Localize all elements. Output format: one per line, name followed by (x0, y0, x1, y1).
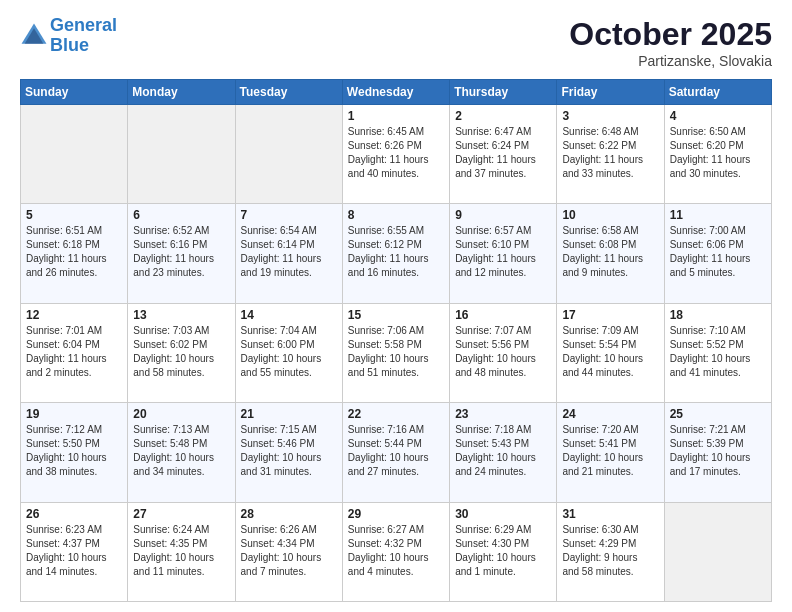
table-row: 18Sunrise: 7:10 AM Sunset: 5:52 PM Dayli… (664, 303, 771, 402)
table-row: 15Sunrise: 7:06 AM Sunset: 5:58 PM Dayli… (342, 303, 449, 402)
day-number: 26 (26, 507, 122, 521)
table-row: 9Sunrise: 6:57 AM Sunset: 6:10 PM Daylig… (450, 204, 557, 303)
day-info: Sunrise: 7:10 AM Sunset: 5:52 PM Dayligh… (670, 324, 766, 380)
day-number: 11 (670, 208, 766, 222)
day-info: Sunrise: 6:57 AM Sunset: 6:10 PM Dayligh… (455, 224, 551, 280)
header: General Blue October 2025 Partizanske, S… (20, 16, 772, 69)
table-row: 23Sunrise: 7:18 AM Sunset: 5:43 PM Dayli… (450, 403, 557, 502)
table-row: 31Sunrise: 6:30 AM Sunset: 4:29 PM Dayli… (557, 502, 664, 601)
table-row: 16Sunrise: 7:07 AM Sunset: 5:56 PM Dayli… (450, 303, 557, 402)
logo: General Blue (20, 16, 117, 56)
day-info: Sunrise: 6:29 AM Sunset: 4:30 PM Dayligh… (455, 523, 551, 579)
header-tuesday: Tuesday (235, 80, 342, 105)
day-number: 19 (26, 407, 122, 421)
day-number: 23 (455, 407, 551, 421)
day-number: 3 (562, 109, 658, 123)
day-number: 20 (133, 407, 229, 421)
day-info: Sunrise: 7:15 AM Sunset: 5:46 PM Dayligh… (241, 423, 337, 479)
day-number: 2 (455, 109, 551, 123)
day-info: Sunrise: 7:13 AM Sunset: 5:48 PM Dayligh… (133, 423, 229, 479)
day-number: 24 (562, 407, 658, 421)
day-info: Sunrise: 6:47 AM Sunset: 6:24 PM Dayligh… (455, 125, 551, 181)
header-thursday: Thursday (450, 80, 557, 105)
table-row: 26Sunrise: 6:23 AM Sunset: 4:37 PM Dayli… (21, 502, 128, 601)
day-info: Sunrise: 6:55 AM Sunset: 6:12 PM Dayligh… (348, 224, 444, 280)
day-number: 5 (26, 208, 122, 222)
day-info: Sunrise: 6:51 AM Sunset: 6:18 PM Dayligh… (26, 224, 122, 280)
table-row (21, 105, 128, 204)
day-number: 18 (670, 308, 766, 322)
day-number: 22 (348, 407, 444, 421)
day-info: Sunrise: 6:52 AM Sunset: 6:16 PM Dayligh… (133, 224, 229, 280)
day-number: 1 (348, 109, 444, 123)
table-row: 10Sunrise: 6:58 AM Sunset: 6:08 PM Dayli… (557, 204, 664, 303)
table-row: 27Sunrise: 6:24 AM Sunset: 4:35 PM Dayli… (128, 502, 235, 601)
day-number: 7 (241, 208, 337, 222)
day-number: 10 (562, 208, 658, 222)
day-info: Sunrise: 7:04 AM Sunset: 6:00 PM Dayligh… (241, 324, 337, 380)
table-row: 5Sunrise: 6:51 AM Sunset: 6:18 PM Daylig… (21, 204, 128, 303)
table-row: 1Sunrise: 6:45 AM Sunset: 6:26 PM Daylig… (342, 105, 449, 204)
table-row: 28Sunrise: 6:26 AM Sunset: 4:34 PM Dayli… (235, 502, 342, 601)
calendar-week-row: 5Sunrise: 6:51 AM Sunset: 6:18 PM Daylig… (21, 204, 772, 303)
table-row: 29Sunrise: 6:27 AM Sunset: 4:32 PM Dayli… (342, 502, 449, 601)
calendar-week-row: 1Sunrise: 6:45 AM Sunset: 6:26 PM Daylig… (21, 105, 772, 204)
day-number: 13 (133, 308, 229, 322)
month-title: October 2025 (569, 16, 772, 53)
day-number: 29 (348, 507, 444, 521)
day-info: Sunrise: 6:27 AM Sunset: 4:32 PM Dayligh… (348, 523, 444, 579)
table-row: 21Sunrise: 7:15 AM Sunset: 5:46 PM Dayli… (235, 403, 342, 502)
day-info: Sunrise: 6:48 AM Sunset: 6:22 PM Dayligh… (562, 125, 658, 181)
table-row: 17Sunrise: 7:09 AM Sunset: 5:54 PM Dayli… (557, 303, 664, 402)
table-row: 3Sunrise: 6:48 AM Sunset: 6:22 PM Daylig… (557, 105, 664, 204)
day-info: Sunrise: 6:45 AM Sunset: 6:26 PM Dayligh… (348, 125, 444, 181)
day-info: Sunrise: 6:54 AM Sunset: 6:14 PM Dayligh… (241, 224, 337, 280)
table-row: 13Sunrise: 7:03 AM Sunset: 6:02 PM Dayli… (128, 303, 235, 402)
day-number: 17 (562, 308, 658, 322)
day-number: 15 (348, 308, 444, 322)
table-row (664, 502, 771, 601)
day-number: 12 (26, 308, 122, 322)
day-info: Sunrise: 6:58 AM Sunset: 6:08 PM Dayligh… (562, 224, 658, 280)
calendar-week-row: 19Sunrise: 7:12 AM Sunset: 5:50 PM Dayli… (21, 403, 772, 502)
table-row: 6Sunrise: 6:52 AM Sunset: 6:16 PM Daylig… (128, 204, 235, 303)
day-info: Sunrise: 6:50 AM Sunset: 6:20 PM Dayligh… (670, 125, 766, 181)
table-row (128, 105, 235, 204)
day-info: Sunrise: 7:01 AM Sunset: 6:04 PM Dayligh… (26, 324, 122, 380)
table-row (235, 105, 342, 204)
header-monday: Monday (128, 80, 235, 105)
table-row: 14Sunrise: 7:04 AM Sunset: 6:00 PM Dayli… (235, 303, 342, 402)
day-info: Sunrise: 6:24 AM Sunset: 4:35 PM Dayligh… (133, 523, 229, 579)
header-saturday: Saturday (664, 80, 771, 105)
day-number: 28 (241, 507, 337, 521)
calendar-week-row: 12Sunrise: 7:01 AM Sunset: 6:04 PM Dayli… (21, 303, 772, 402)
day-number: 16 (455, 308, 551, 322)
header-sunday: Sunday (21, 80, 128, 105)
calendar-table: Sunday Monday Tuesday Wednesday Thursday… (20, 79, 772, 602)
day-info: Sunrise: 6:26 AM Sunset: 4:34 PM Dayligh… (241, 523, 337, 579)
day-number: 27 (133, 507, 229, 521)
logo-text: General Blue (50, 16, 117, 56)
day-info: Sunrise: 6:23 AM Sunset: 4:37 PM Dayligh… (26, 523, 122, 579)
title-block: October 2025 Partizanske, Slovakia (569, 16, 772, 69)
page: General Blue October 2025 Partizanske, S… (0, 0, 792, 612)
table-row: 11Sunrise: 7:00 AM Sunset: 6:06 PM Dayli… (664, 204, 771, 303)
day-number: 14 (241, 308, 337, 322)
header-friday: Friday (557, 80, 664, 105)
day-number: 31 (562, 507, 658, 521)
location: Partizanske, Slovakia (569, 53, 772, 69)
table-row: 12Sunrise: 7:01 AM Sunset: 6:04 PM Dayli… (21, 303, 128, 402)
day-info: Sunrise: 7:07 AM Sunset: 5:56 PM Dayligh… (455, 324, 551, 380)
day-number: 9 (455, 208, 551, 222)
table-row: 8Sunrise: 6:55 AM Sunset: 6:12 PM Daylig… (342, 204, 449, 303)
day-info: Sunrise: 7:00 AM Sunset: 6:06 PM Dayligh… (670, 224, 766, 280)
day-info: Sunrise: 7:21 AM Sunset: 5:39 PM Dayligh… (670, 423, 766, 479)
day-info: Sunrise: 7:06 AM Sunset: 5:58 PM Dayligh… (348, 324, 444, 380)
day-info: Sunrise: 6:30 AM Sunset: 4:29 PM Dayligh… (562, 523, 658, 579)
table-row: 25Sunrise: 7:21 AM Sunset: 5:39 PM Dayli… (664, 403, 771, 502)
day-number: 8 (348, 208, 444, 222)
calendar-header-row: Sunday Monday Tuesday Wednesday Thursday… (21, 80, 772, 105)
day-number: 30 (455, 507, 551, 521)
logo-icon (20, 22, 48, 50)
table-row: 30Sunrise: 6:29 AM Sunset: 4:30 PM Dayli… (450, 502, 557, 601)
